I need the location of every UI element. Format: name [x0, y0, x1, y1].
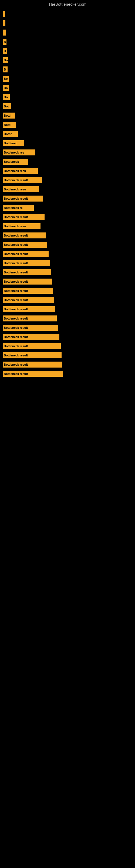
bar-label: Bo [4, 86, 8, 90]
bar-label: Bottleneck result [4, 261, 28, 265]
bar-row: Bottleneck result [3, 296, 132, 304]
result-bar: Bottleneck resu [3, 186, 39, 192]
bar-label: Bottleneck result [4, 289, 28, 292]
bar-label: Bottleneck re [4, 206, 23, 209]
bar-row: Bottleneck result [3, 278, 132, 285]
bar-row: Bottl [3, 121, 132, 129]
bar-label: Bottleneck result [4, 299, 28, 302]
result-bar [3, 20, 5, 26]
bar-row: Bottleneck result [3, 361, 132, 368]
result-bar: Bot [3, 103, 11, 109]
result-bar: Bo [3, 76, 9, 82]
result-bar: Bottleneck result [3, 315, 57, 321]
bar-label: Bot [4, 105, 9, 108]
bar-row: Bottleneck result [3, 250, 132, 258]
bar-row: Bo [3, 75, 132, 83]
result-bar: Bottleneck resu [3, 168, 38, 174]
bar-row: Bottleneck result [3, 305, 132, 313]
result-bar [3, 30, 6, 35]
bar-label: Bottleneck result [4, 326, 28, 329]
bar-row: Bottleneck result [3, 259, 132, 267]
result-bar: Bottleneck result [3, 251, 49, 257]
bar-label: Bottleneck [4, 160, 19, 163]
bar-row: Bottleneck result [3, 333, 132, 341]
bar-label: Bo [4, 77, 8, 80]
bar-label: Bottleneck result [4, 335, 28, 339]
bar-row: Bottleneck result [3, 315, 132, 322]
result-bar: Bottlenec [3, 140, 24, 146]
bar-label: Bottleneck result [4, 354, 28, 357]
bar-label: Bo [4, 95, 8, 99]
bar-row: Bottleneck res [3, 149, 132, 156]
result-bar: Bottleneck result [3, 343, 61, 349]
bar-row: Bottleneck result [3, 351, 132, 359]
bar-row: Bo [3, 84, 132, 92]
bar-label: Bottleneck result [4, 243, 28, 246]
result-bar: Bottleneck result [3, 325, 58, 331]
bar-row: Bottleneck result [3, 213, 132, 221]
bar-row: Bottle [3, 130, 132, 138]
bar-row: Bottleneck result [3, 342, 132, 350]
bar-label: Bottleneck result [4, 234, 28, 237]
site-title: TheBottlenecker.com [0, 0, 135, 8]
bar-label: Bottleneck result [4, 344, 28, 348]
bar-label: Bottleneck resu [4, 169, 26, 173]
result-bar: B [3, 39, 6, 45]
bar-label: Bottleneck result [4, 252, 28, 255]
result-bar: Bottl [3, 113, 15, 119]
bar-label: Bottleneck result [4, 363, 28, 366]
result-bar: Bottleneck resu [3, 223, 41, 229]
bar-row [3, 29, 132, 36]
bar-label: B [4, 68, 6, 71]
bar-row: B [3, 66, 132, 73]
bar-label: Bottl [4, 123, 10, 126]
bar-row: Bottleneck result [3, 269, 132, 276]
result-bar: Bo [3, 94, 10, 100]
result-bar: Bottleneck result [3, 195, 43, 202]
bar-row: Bottl [3, 112, 132, 119]
bar-label: Bottleneck result [4, 317, 28, 320]
bar-label: Bo [4, 59, 8, 62]
result-bar: Bo [3, 57, 8, 63]
bar-label: Bottleneck result [4, 271, 28, 274]
bar-row: Bo [3, 93, 132, 101]
bar-row: Bottleneck result [3, 370, 132, 378]
result-bar: Bottleneck result [3, 177, 42, 183]
bar-label: Bottleneck result [4, 372, 28, 375]
result-bar: Bottleneck result [3, 362, 62, 368]
bar-row: B [3, 47, 132, 55]
bar-row: Bot [3, 102, 132, 110]
result-bar: Bottleneck result [3, 260, 50, 266]
bar-row: Bottleneck result [3, 287, 132, 294]
result-bar [3, 11, 5, 17]
bar-label: Bottleneck result [4, 280, 28, 283]
bar-row: Bottleneck [3, 158, 132, 165]
result-bar: Bottleneck result [3, 214, 45, 220]
bar-row: Bottlenec [3, 140, 132, 147]
result-bar: Bo [3, 85, 9, 91]
result-bar: Bottleneck result [3, 334, 59, 340]
result-bar: Bottleneck res [3, 150, 35, 155]
bar-label: B [4, 40, 6, 43]
bar-label: Bottleneck resu [4, 225, 26, 228]
result-bar: Bottleneck result [3, 371, 63, 377]
bar-row: Bottleneck result [3, 324, 132, 332]
bar-row: Bottleneck result [3, 195, 132, 203]
bars-container: BBBoBBoBoBoBotBottlBottlBottleBottlenecB… [0, 8, 135, 382]
bar-row: Bottleneck re [3, 204, 132, 212]
bar-label: Bottleneck result [4, 215, 28, 219]
bar-label: Bottleneck result [4, 308, 28, 311]
bar-label: Bottleneck result [4, 179, 28, 182]
bar-row: Bottleneck resu [3, 222, 132, 230]
bar-row: Bottleneck result [3, 176, 132, 184]
bar-row: Bo [3, 56, 132, 64]
result-bar: Bottleneck result [3, 297, 54, 303]
result-bar: Bottleneck result [3, 232, 46, 239]
bar-row: Bottleneck resu [3, 167, 132, 175]
bar-label: Bottl [4, 114, 10, 117]
bar-row: Bottleneck result [3, 231, 132, 239]
bar-label: Bottleneck res [4, 151, 24, 154]
bar-label: Bottleneck result [4, 197, 28, 200]
bar-row [3, 10, 132, 18]
result-bar: Bottleneck re [3, 205, 34, 211]
